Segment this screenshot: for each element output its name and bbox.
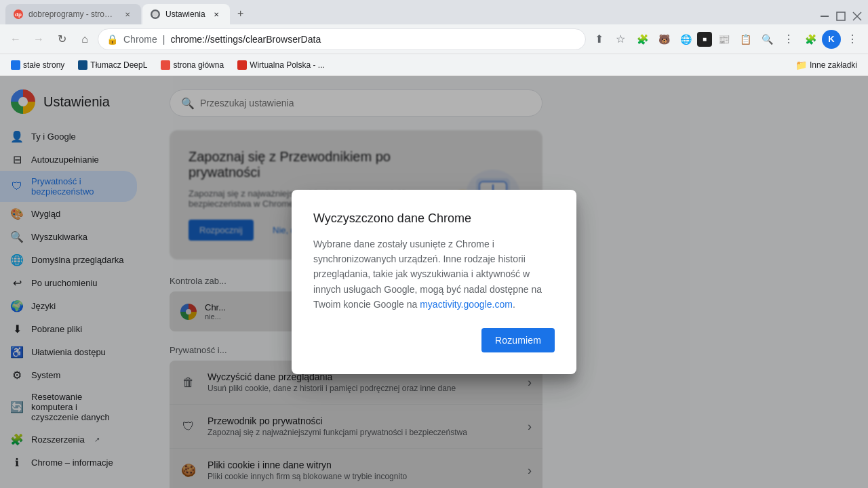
tab-close-2[interactable]: ✕ (211, 9, 222, 20)
bookmark-icon-1 (11, 60, 20, 70)
ext-icon-8[interactable]: 🧩 (800, 29, 821, 49)
modal-link[interactable]: myactivity.google.com (420, 299, 513, 310)
modal-dialog: Wyczyszczono dane Chrome Wybrane dane zo… (292, 190, 576, 375)
other-bookmarks-label: Inne zakładki (810, 60, 857, 70)
content-area: Ustawienia 👤 Ty i Google ⊟ Autouzupełnia… (0, 76, 868, 488)
modal-title: Wyczyszczono dane Chrome (313, 211, 555, 226)
title-bar: dp dobreprogramy - strona główna ✕ Ustaw… (0, 0, 868, 24)
modal-overlay: Wyczyszczono dane Chrome Wybrane dane zo… (0, 76, 868, 488)
ext-icon-6[interactable]: 📋 (735, 29, 755, 49)
bookmark-stale-strony[interactable]: stałe strony (5, 58, 70, 73)
ext-icon-2[interactable]: 🐻 (654, 29, 674, 49)
lock-icon: 🔒 (106, 34, 118, 45)
share-icon[interactable]: ⬆ (589, 29, 609, 49)
back-button[interactable]: ← (5, 29, 26, 49)
bookmark-icon-3 (161, 60, 170, 70)
other-bookmarks[interactable]: 📁 Inne zakładki (790, 57, 863, 73)
modal-body-text-2: . (513, 299, 515, 310)
bookmarks-bar: stałe strony Tłumacz DeepL strona główna… (0, 54, 868, 76)
modal-body: Wybrane dane zostały usunięte z Chrome i… (313, 237, 555, 312)
extensions-button[interactable]: ⋮ (778, 29, 799, 49)
browser-frame: dp dobreprogramy - strona główna ✕ Ustaw… (0, 0, 868, 488)
home-button[interactable]: ⌂ (75, 29, 95, 49)
tab-title-1: dobreprogramy - strona główna (28, 9, 117, 19)
address-bar-row: ← → ↻ ⌂ 🔒 Chrome | chrome://settings/cle… (0, 24, 868, 54)
tab-close-1[interactable]: ✕ (122, 9, 133, 20)
svg-rect-1 (821, 16, 829, 17)
confirm-button[interactable]: Rozumiem (481, 328, 555, 352)
ext-icon-7[interactable]: 🔍 (757, 29, 777, 49)
menu-button[interactable]: ⋮ (842, 29, 863, 49)
modal-actions: Rozumiem (313, 328, 555, 352)
window-controls (819, 11, 863, 22)
bookmark-icon[interactable]: ☆ (610, 29, 631, 49)
bookmark-deepl[interactable]: Tłumacz DeepL (73, 58, 153, 73)
tab-favicon-2 (151, 9, 160, 19)
toolbar-icons: ⬆ ☆ 🧩 🐻 🌐 ■ 📰 📋 🔍 ⋮ 🧩 K ⋮ (589, 29, 863, 49)
bookmark-label-3: strona główna (173, 60, 224, 70)
maximize-icon[interactable] (835, 11, 846, 22)
address-brand: Chrome (123, 34, 157, 45)
bookmark-label-4: Wirtualna Polska - ... (250, 60, 325, 70)
close-icon[interactable] (852, 11, 863, 22)
reload-button[interactable]: ↻ (52, 29, 72, 49)
tab-dobreProgramy[interactable]: dp dobreprogramy - strona główna ✕ (5, 4, 141, 24)
address-bar[interactable]: 🔒 Chrome | chrome://settings/clearBrowse… (98, 28, 586, 50)
ext-icon-5[interactable]: 📰 (713, 29, 734, 49)
svg-rect-2 (837, 12, 845, 20)
bookmark-icon-4 (237, 60, 247, 70)
ext-icon-3[interactable]: 🌐 (675, 29, 696, 49)
bookmark-wirtualna-polska[interactable]: Wirtualna Polska - ... (232, 58, 330, 73)
tab-favicon-1: dp (14, 9, 23, 19)
forward-button[interactable]: → (28, 29, 49, 49)
new-tab-button[interactable]: + (231, 4, 250, 23)
bookmark-strona-glowna[interactable]: strona główna (155, 58, 229, 73)
bookmark-label-1: stałe strony (23, 60, 64, 70)
ext-icon-1[interactable]: 🧩 (632, 29, 652, 49)
tab-settings[interactable]: Ustawienia ✕ (142, 4, 230, 24)
bookmark-icon-2 (78, 60, 87, 70)
profile-icon[interactable]: K (822, 30, 841, 49)
tab-title-2: Ustawienia (165, 9, 205, 19)
minimize-icon[interactable] (819, 11, 830, 22)
bookmark-label-2: Tłumacz DeepL (90, 60, 147, 70)
address-url: chrome://settings/clearBrowserData (170, 34, 321, 45)
ext-icon-4[interactable]: ■ (697, 32, 712, 47)
